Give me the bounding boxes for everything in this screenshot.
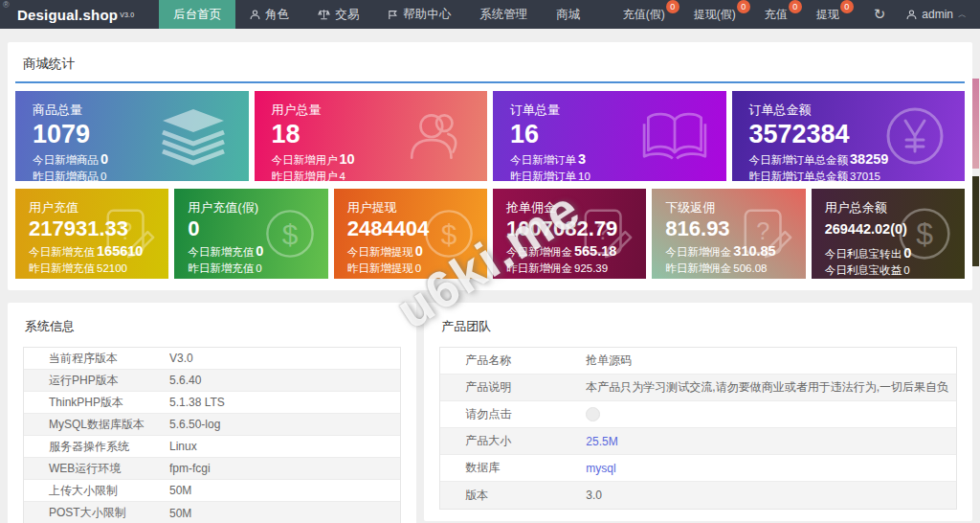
stat-line-yesterday: 今日利息宝收益0 — [825, 263, 965, 278]
stat-card-orders-amount: 订单总金额 3572384 今日新增订单总金额38259 昨日新增订单总金额37… — [732, 91, 966, 181]
table-row: WEB运行环境fpm-fcgi — [24, 458, 400, 480]
top-navbar: ® Desigual.shop V3.0 后台首页 角色 交易 帮助中心 系统管… — [0, 0, 980, 29]
system-info-panel: 系统信息 当前程序版本V3.0 运行PHP版本5.6.40 ThinkPHP版本… — [8, 303, 416, 523]
quick-withdraw-fake[interactable]: 提现(假) 0 — [694, 7, 736, 23]
table-row: 产品大小25.5M — [440, 428, 956, 455]
nav-item-label: 角色 — [265, 7, 289, 23]
stat-line-yesterday: 昨日新增订单总金额37015 — [749, 170, 966, 181]
quick-label: 提现 — [816, 8, 839, 21]
quick-label: 充值 — [765, 8, 788, 21]
dollar-circle-icon: $ — [422, 207, 476, 261]
question-edit-icon: ? — [739, 206, 794, 262]
question-edit-icon: ? — [101, 206, 157, 262]
stat-line-yesterday: 昨日新增商品0 — [33, 170, 249, 181]
table-row: 产品说明本产品只为学习测试交流,请勿要做商业或者用于违法行为,一切后果自负 — [440, 375, 956, 401]
scale-icon — [318, 9, 330, 20]
flag-icon — [388, 10, 398, 20]
svg-text:?: ? — [756, 217, 769, 244]
registered-mark: ® — [3, 0, 10, 10]
stats-row-1: 商品总量 1079 今日新增商品0 昨日新增商品0 用户总量 18 今日新增用户… — [15, 91, 965, 181]
svg-text:$: $ — [281, 218, 298, 250]
brand-name: Desigual.shop — [17, 7, 118, 23]
stats-row-2: 用户充值 217931.33 今日新增充值165610 昨日新增充值52100 … — [15, 189, 965, 279]
product-size-link[interactable]: 25.5M — [586, 435, 956, 448]
table-row: ThinkPHP版本5.1.38 LTS — [24, 392, 400, 414]
brand-logo[interactable]: Desigual.shop V3.0 — [17, 0, 134, 29]
badge-count: 0 — [666, 0, 679, 13]
stat-line-yesterday: 昨日新增用户4 — [272, 170, 488, 181]
user-menu[interactable]: admin ︿ — [906, 8, 967, 21]
badge-count: 0 — [789, 0, 802, 13]
product-team-table: 产品名称抢单源码 产品说明本产品只为学习测试交流,请勿要做商业或者用于违法行为,… — [439, 347, 957, 510]
mall-statistics-panel: 商城统计 商品总量 1079 今日新增商品0 昨日新增商品0 用户总量 18 今… — [8, 42, 972, 290]
cutoff-card-sliver-row1 — [972, 79, 979, 169]
dollar-circle-icon: $ — [896, 205, 953, 262]
nav-item-dashboard[interactable]: 后台首页 — [159, 0, 235, 29]
table-row: POST大小限制50M — [24, 502, 400, 523]
quick-recharge-fake[interactable]: 充值(假) 0 — [623, 7, 665, 23]
nav-item-roles[interactable]: 角色 — [235, 0, 303, 29]
panel-title: 产品团队 — [441, 318, 957, 335]
stat-line-yesterday: 昨日新增佣金925.39 — [506, 262, 646, 276]
cutoff-card-sliver-row2 — [972, 176, 979, 266]
stat-card-sub-rebate: 下级返佣 816.93 今日新增佣金310.85 昨日新增佣金506.08 ? — [652, 189, 805, 279]
table-row: 数据库mysql — [440, 455, 956, 482]
brand-version: V3.0 — [120, 11, 134, 18]
stat-card-orders-total: 订单总量 16 今日新增订单3 昨日新增订单10 — [493, 91, 726, 181]
nav-item-label: 系统管理 — [479, 7, 527, 23]
panel-title: 商城统计 — [15, 50, 965, 83]
username: admin — [922, 8, 953, 21]
stat-line-yesterday: 昨日新增订单10 — [510, 170, 726, 181]
user-icon — [906, 10, 917, 20]
svg-text:$: $ — [441, 218, 457, 250]
users-icon — [405, 108, 468, 164]
nav-item-label: 交易 — [335, 7, 359, 23]
book-icon — [642, 109, 707, 163]
database-link[interactable]: mysql — [586, 462, 956, 475]
stat-card-users-total: 用户总量 18 今日新增用户10 昨日新增用户4 — [255, 91, 488, 181]
table-row: 产品名称抢单源码 — [440, 348, 956, 375]
nav-item-label: 后台首页 — [173, 7, 221, 23]
dollar-circle-icon: $ — [263, 207, 317, 261]
nav-item-label: 商城 — [556, 7, 580, 23]
yen-circle-icon — [884, 105, 946, 167]
bottom-panels: 系统信息 当前程序版本V3.0 运行PHP版本5.6.40 ThinkPHP版本… — [8, 303, 972, 523]
badge-count: 0 — [840, 0, 854, 13]
stat-card-products-total: 商品总量 1079 今日新增商品0 昨日新增商品0 — [15, 91, 249, 181]
table-row: 上传大小限制50M — [24, 480, 400, 502]
nav-item-system[interactable]: 系统管理 — [465, 0, 542, 29]
badge-count: 0 — [737, 0, 750, 13]
nav-item-mall[interactable]: 商城 — [542, 0, 594, 29]
table-row: MySQL数据库版本5.6.50-log — [24, 414, 400, 436]
stat-card-user-recharge-fake: 用户充值(假) 0 今日新增充值0 昨日新增充值0 $ — [174, 189, 327, 279]
stat-line-yesterday: 昨日新增提现0 — [347, 262, 487, 276]
table-row: 运行PHP版本5.6.40 — [24, 370, 400, 392]
refresh-icon[interactable]: ↻ — [874, 6, 886, 23]
nav-item-trade[interactable]: 交易 — [303, 0, 373, 29]
table-row: 版本3.0 — [440, 482, 956, 509]
svg-text:?: ? — [596, 217, 610, 244]
quick-recharge[interactable]: 充值 0 — [765, 7, 788, 23]
svg-text:?: ? — [119, 217, 132, 244]
stat-card-user-balance: 用户总余额 269442.02(0) 今日利息宝转出0 今日利息宝收益0 $ — [812, 189, 965, 279]
table-row: 请勿点击 — [440, 401, 956, 428]
stat-card-order-commission: 抢单佣金 1007082.79 今日新增佣金565.18 昨日新增佣金925.3… — [493, 189, 646, 279]
quick-label: 提现(假) — [694, 8, 736, 21]
svg-text:$: $ — [916, 216, 933, 251]
stat-line-yesterday: 昨日新增佣金506.08 — [665, 262, 805, 276]
question-edit-icon: ? — [579, 206, 635, 262]
navbar-right: 充值(假) 0 提现(假) 0 充值 0 提现 0 ↻ admin ︿ — [623, 0, 980, 29]
stat-card-user-recharge: 用户充值 217931.33 今日新增充值165610 昨日新增充值52100 … — [15, 189, 168, 279]
hidden-link-icon[interactable] — [586, 407, 600, 421]
layers-icon — [157, 106, 230, 166]
table-row: 当前程序版本V3.0 — [24, 348, 400, 370]
panel-title: 系统信息 — [25, 318, 401, 335]
quick-withdraw[interactable]: 提现 0 — [816, 7, 839, 23]
system-info-table: 当前程序版本V3.0 运行PHP版本5.6.40 ThinkPHP版本5.1.3… — [23, 347, 401, 523]
stat-line-yesterday: 昨日新增充值52100 — [29, 262, 168, 276]
table-row: 服务器操作系统Linux — [24, 436, 400, 458]
nav-item-help-center[interactable]: 帮助中心 — [373, 0, 465, 29]
stat-card-user-withdraw: 用户提现 2484404 今日新增提现0 昨日新增提现0 $ — [334, 189, 487, 279]
nav-item-label: 帮助中心 — [403, 7, 451, 23]
user-icon — [250, 10, 260, 20]
